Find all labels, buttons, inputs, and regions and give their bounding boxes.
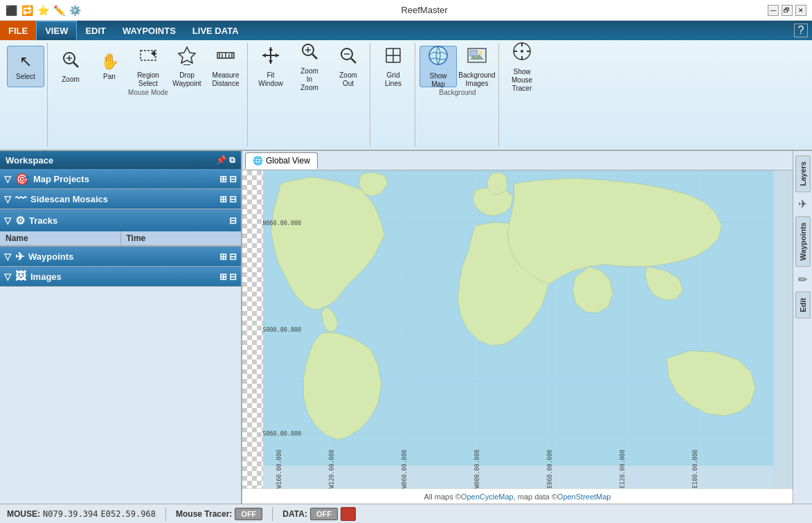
edit-right-icon[interactable]: ✏ [795, 270, 810, 289]
tracks-header[interactable]: ▽ ⚙ Tracks ⊟ [0, 209, 241, 231]
svg-point-33 [429, 46, 447, 64]
svg-line-25 [351, 58, 356, 63]
measure-distance-button[interactable]: MeasureDistance [207, 46, 244, 87]
show-mouse-tracer-button[interactable]: Show MouseTracer [503, 46, 541, 87]
menu-edit[interactable]: EDIT [77, 21, 114, 40]
zoom-out-icon [339, 46, 358, 69]
map-canvas[interactable]: W160.00.000 W120.00.000 W060.00.000 W000… [242, 170, 793, 488]
svg-point-37 [478, 51, 482, 55]
copyright-text2: , map data © [514, 493, 557, 501]
sidescan-label: Sidescan Mosaics [30, 194, 108, 204]
mouse-label: MOUSE: [7, 509, 40, 519]
global-view-tab[interactable]: 🌐 Global View [245, 152, 318, 169]
svg-line-1 [73, 62, 78, 67]
grid-lines-button[interactable]: GridLines [375, 46, 412, 87]
drop-waypoint-button[interactable]: DropWaypoint [168, 46, 206, 87]
settings-icon[interactable]: ⚙️ [69, 5, 81, 16]
svg-text:S060.00.000: S060.00.000 [262, 430, 301, 437]
show-map-button[interactable]: ShowMap [419, 46, 457, 87]
zoom-out-button[interactable]: ZoomOut [330, 46, 367, 87]
menu-file[interactable]: FILE [0, 21, 36, 40]
toolbar-group-background: ShowMap BackgroundImages Background [417, 43, 499, 147]
status-divider-2 [272, 507, 273, 521]
svg-text:N060.00.000: N060.00.000 [262, 220, 301, 227]
waypoints-expand-icon[interactable]: ⊟ [229, 251, 237, 262]
select-label: Select [16, 73, 35, 81]
svg-marker-18 [262, 53, 266, 57]
tree-section-sidescan: ▽ 〰 Sidescan Mosaics ⊞ ⊟ [0, 189, 241, 209]
menu-waypoints[interactable]: WAYPOINTS [114, 21, 184, 40]
svg-text:W160.00.000: W160.00.000 [276, 450, 282, 488]
restore-button[interactable]: 🗗 [782, 5, 793, 16]
sidescan-collapse-icon: ▽ [4, 194, 11, 204]
main-area: Workspace 📌 ⧉ ▽ 🎯 Map Projects ⊞ ⊟ ▽ [0, 151, 812, 504]
layers-tab[interactable]: Layers [795, 155, 811, 192]
images-header[interactable]: ▽ 🖼 Images ⊞ ⊟ [0, 267, 241, 286]
tracks-icons: ⊟ [229, 215, 237, 226]
copyright-bar: All maps © OpenCycleMap , map data © Ope… [242, 488, 793, 504]
map-projects-add-icon[interactable]: ⊞ [219, 174, 227, 184]
sidescan-header[interactable]: ▽ 〰 Sidescan Mosaics ⊞ ⊟ [0, 189, 241, 209]
mouse-tracer-toggle[interactable]: OFF [235, 508, 262, 520]
map-projects-header[interactable]: ▽ 🎯 Map Projects ⊞ ⊟ [0, 169, 241, 188]
sidebar-header: Workspace 📌 ⧉ [0, 151, 241, 169]
globe-tab-icon: 🌐 [253, 156, 263, 166]
svg-marker-19 [276, 53, 279, 57]
map-projects-icon: 🎯 [15, 172, 29, 186]
edit-right-tab[interactable]: Edit [795, 292, 811, 319]
status-divider-1 [165, 507, 166, 521]
sidebar-detach-icon[interactable]: ⧉ [229, 155, 235, 165]
toolbar: ↖ Select Zoom ✋ Pan RegionSelect [0, 40, 812, 151]
toolbar-group-zoom: FitWindow ZoomInZoom ZoomOut [249, 43, 370, 147]
mousemode-label: Mouse Mode [128, 89, 168, 96]
minimize-button[interactable]: — [768, 5, 779, 16]
background-images-icon [467, 46, 487, 69]
checker-left [242, 170, 263, 488]
map-projects-icons: ⊞ ⊟ [219, 174, 237, 184]
background-label: Background [439, 89, 476, 96]
data-red-button[interactable] [341, 507, 356, 521]
region-select-button[interactable]: RegionSelect [129, 46, 167, 87]
svg-text:E180.00.000: E180.00.000 [692, 450, 698, 488]
data-toggle[interactable]: OFF [310, 508, 338, 520]
menu-view[interactable]: VIEW [36, 21, 77, 40]
toolbar-group-select: ↖ Select [4, 43, 48, 147]
map-projects-expand-icon[interactable]: ⊟ [229, 174, 237, 184]
select-button[interactable]: ↖ Select [7, 46, 44, 87]
help-button[interactable]: ? [794, 24, 808, 37]
sidescan-expand-icon[interactable]: ⊟ [229, 194, 237, 204]
background-images-button[interactable]: BackgroundImages [458, 46, 496, 87]
toolbar-group-grid: GridLines [372, 43, 415, 147]
openstreetmap-link[interactable]: OpenStreetMap [557, 493, 611, 501]
opencyclemap-link[interactable]: OpenCycleMap [461, 493, 514, 501]
waypoints-right-icon[interactable]: ✈ [795, 195, 810, 213]
toolbar-group-mousemode: Zoom ✋ Pan RegionSelect DropWaypoint [49, 43, 248, 147]
zoom-button[interactable]: Zoom [52, 46, 89, 87]
waypoints-header[interactable]: ▽ ✈ Waypoints ⊞ ⊟ [0, 247, 241, 266]
tracks-expand-icon[interactable]: ⊟ [229, 215, 237, 226]
fit-window-button[interactable]: FitWindow [252, 46, 289, 87]
close-button[interactable]: ✕ [795, 5, 806, 16]
sidebar-pin-icon[interactable]: 📌 [216, 155, 226, 165]
images-add-icon[interactable]: ⊞ [219, 272, 227, 282]
title-bar-icons: ⬛ 🔁 ⭐ ✏️ ⚙️ [6, 5, 81, 16]
statusbar: MOUSE: N079.39.394 E052.59.968 Mouse Tra… [0, 504, 812, 523]
images-collapse-icon: ▽ [4, 272, 11, 282]
mouse-coord-1: N079.39.394 [43, 509, 98, 519]
waypoints-add-icon[interactable]: ⊞ [219, 251, 227, 262]
images-expand-icon[interactable]: ⊟ [229, 272, 237, 282]
sidebar-header-icons: 📌 ⧉ [216, 155, 235, 165]
window-buttons: — 🗗 ✕ [768, 5, 806, 16]
sidescan-add-icon[interactable]: ⊞ [219, 194, 227, 204]
mouse-coord-2: E052.59.968 [100, 509, 155, 519]
pan-button[interactable]: ✋ Pan [91, 46, 128, 87]
svg-text:E060.00.000: E060.00.000 [546, 450, 553, 488]
menu-livedata[interactable]: LIVE DATA [184, 21, 247, 40]
restore-icon[interactable]: 🔁 [21, 5, 33, 16]
tracks-icon: ⚙ [15, 214, 25, 227]
select-icon: ↖ [19, 53, 32, 71]
waypoints-right-tab[interactable]: Waypoints [795, 216, 811, 267]
zoom-in-button[interactable]: ZoomInZoom [291, 46, 328, 87]
tree-section-tracks: ▽ ⚙ Tracks ⊟ Name Time [0, 209, 241, 247]
workspace-label: Workspace [6, 155, 53, 166]
